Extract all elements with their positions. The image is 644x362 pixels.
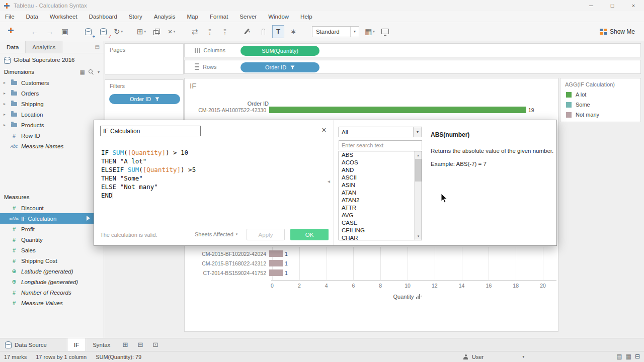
dimension-customers[interactable]: ▸Customers <box>0 77 104 88</box>
new-worksheet-tab-icon[interactable]: ⊞ <box>118 338 132 351</box>
refresh-icon[interactable]: ↻▾ <box>112 25 124 38</box>
new-dashboard-tab-icon[interactable]: ⊟ <box>133 338 147 351</box>
minimize-button[interactable]: ─ <box>581 0 602 11</box>
menu-worksheet[interactable]: Worksheet <box>50 14 77 20</box>
legend-card[interactable]: AGG(IF Calculation) A lotSomeNot many <box>560 78 641 122</box>
save-icon[interactable]: ▣ <box>59 25 71 38</box>
sheets-affected-dropdown[interactable]: Sheets Affected ▾ <box>195 231 237 237</box>
highlight-icon[interactable]: ▾ <box>242 25 254 38</box>
function-item-case[interactable]: CASE <box>339 219 422 227</box>
row-label[interactable]: CM-2015-AH1007522-42330 <box>185 107 269 113</box>
close-button[interactable]: × <box>623 0 644 11</box>
function-item-ascii[interactable]: ASCII <box>339 174 422 182</box>
function-list[interactable]: ABSACOSANDASCIIASINATANATAN2ATTRAVGCASEC… <box>339 151 422 240</box>
menu-help[interactable]: Help <box>300 14 312 20</box>
menu-file[interactable]: File <box>5 14 15 20</box>
columns-shelf[interactable]: Columns SUM(Quantity) <box>184 43 641 57</box>
clear-sheet-icon[interactable]: ×▾ <box>166 25 178 38</box>
swap-rows-columns-icon[interactable]: ⇄ <box>189 25 201 38</box>
pages-shelf[interactable]: Pages <box>105 43 184 74</box>
dimension-location[interactable]: ▸Location <box>0 109 104 120</box>
legend-item-some[interactable]: Some <box>560 100 640 110</box>
dimension-shipping[interactable]: ▸Shipping <box>0 99 104 109</box>
sheet-tab-syntax[interactable]: Syntax <box>86 338 117 351</box>
sort-icon[interactable] <box>416 294 422 299</box>
bar-mark[interactable] <box>269 260 283 266</box>
new-datasource-icon[interactable]: + <box>82 25 94 38</box>
new-story-tab-icon[interactable]: ⊡ <box>148 338 162 351</box>
filter-pill-order-id[interactable]: Order ID <box>109 94 180 104</box>
chevron-down-icon[interactable]: ▾ <box>413 127 422 137</box>
dimension-measure-names[interactable]: AbcMeasure Names <box>0 141 104 151</box>
legend-item-not-many[interactable]: Not many <box>560 110 640 120</box>
user-dropdown[interactable]: User ▾ <box>463 352 524 361</box>
maximize-button[interactable]: □ <box>602 0 623 11</box>
fix-axes-icon[interactable]: ∗ <box>287 25 299 38</box>
rows-shelf[interactable]: Rows Order ID <box>184 60 641 74</box>
show-tabs-icon[interactable]: ▤ <box>616 353 622 359</box>
function-search-input[interactable] <box>339 140 422 150</box>
tab-analytics[interactable]: Analytics <box>25 41 62 53</box>
presentation-mode-icon[interactable] <box>379 25 391 38</box>
function-item-attr[interactable]: ATTR <box>339 204 422 212</box>
x-axis-title[interactable]: Quantity <box>272 294 543 300</box>
calculation-name-input[interactable] <box>100 126 201 136</box>
measure-latitude-generated[interactable]: ⊕Latitude (generated) <box>0 266 104 277</box>
menu-format[interactable]: Format <box>210 14 228 20</box>
new-worksheet-icon[interactable]: ⊞▾ <box>135 25 147 38</box>
show-filmstrip-icon[interactable]: ▦ <box>626 353 631 359</box>
duplicate-sheet-icon[interactable] <box>150 25 163 38</box>
row-label[interactable]: CM-2015-BF102022-42024 <box>185 251 269 257</box>
row-label[interactable]: CT-2014-BS159024-41752 <box>185 270 269 276</box>
data-source-tab[interactable]: Data Source <box>0 338 54 351</box>
collapse-pane-icon[interactable]: ◂ <box>328 178 330 184</box>
menu-server[interactable]: Server <box>239 14 257 20</box>
sheet-tab-if[interactable]: IF <box>67 338 86 351</box>
undo-icon[interactable]: ← <box>29 25 41 38</box>
dimension-row-id[interactable]: #Row ID <box>0 130 104 141</box>
measure-number-of-records[interactable]: #Number of Records <box>0 287 104 298</box>
tab-data[interactable]: Data <box>0 41 25 53</box>
measure-longitude-generated[interactable]: ⊕Longitude (generated) <box>0 277 104 287</box>
formula-editor[interactable]: IF SUM([Quantity]) > 10THEN "A lot"ELSEI… <box>101 148 196 200</box>
measure-if-calculation[interactable]: =AbcIF Calculation <box>0 213 104 224</box>
pause-updates-icon[interactable]: ∕ <box>97 25 109 38</box>
columns-pill-sum-quantity[interactable]: SUM(Quantity) <box>240 46 319 56</box>
scrollbar-thumb[interactable] <box>415 159 422 182</box>
function-item-atan2[interactable]: ATAN2 <box>339 197 422 204</box>
bar-mark[interactable] <box>269 107 526 113</box>
dimension-orders[interactable]: ▸Orders <box>0 88 104 99</box>
function-item-asin[interactable]: ASIN <box>339 182 422 189</box>
bar-mark[interactable] <box>269 250 283 257</box>
rows-pill-order-id[interactable]: Order ID <box>240 62 319 72</box>
tableau-home-icon[interactable] <box>6 25 18 38</box>
function-item-atan[interactable]: ATAN <box>339 189 422 197</box>
scroll-down-icon[interactable]: ▾ <box>415 232 422 240</box>
menu-window[interactable]: Window <box>268 14 289 20</box>
menu-dashboard[interactable]: Dashboard <box>89 14 117 20</box>
menu-story[interactable]: Story <box>129 14 142 20</box>
fit-mode-select[interactable]: Standard ▾ <box>312 26 359 37</box>
ok-button[interactable]: OK <box>290 229 329 240</box>
function-item-and[interactable]: AND <box>339 166 422 174</box>
legend-item-a-lot[interactable]: A lot <box>560 89 640 100</box>
redo-icon[interactable]: → <box>44 25 56 38</box>
row-label[interactable]: CM-2015-BT168022-42312 <box>185 260 269 266</box>
apply-button[interactable]: Apply <box>247 229 285 240</box>
function-item-ceiling[interactable]: CEILING <box>339 227 422 234</box>
function-category-select[interactable]: All ▾ <box>339 127 422 137</box>
menu-analysis[interactable]: Analysis <box>154 14 176 20</box>
measure-quantity[interactable]: #Quantity <box>0 234 104 245</box>
measure-sales[interactable]: #Sales <box>0 245 104 255</box>
view-as-grid-icon[interactable]: ▦ <box>80 69 85 75</box>
measure-measure-values[interactable]: #Measure Values <box>0 298 104 308</box>
function-item-avg[interactable]: AVG <box>339 212 422 219</box>
measure-shipping-cost[interactable]: #Shipping Cost <box>0 255 104 266</box>
group-members-icon[interactable] <box>257 25 269 38</box>
chevron-down-icon[interactable]: ▾ <box>350 27 359 37</box>
measure-profit[interactable]: #Profit <box>0 224 104 234</box>
measure-discount[interactable]: #Discount <box>0 203 104 213</box>
show-sheet-sorter-icon[interactable]: ⊟ <box>635 353 640 359</box>
fit-axes-dropdown-icon[interactable]: ▦▾ <box>364 25 376 38</box>
dimension-products[interactable]: ▸Products <box>0 120 104 130</box>
